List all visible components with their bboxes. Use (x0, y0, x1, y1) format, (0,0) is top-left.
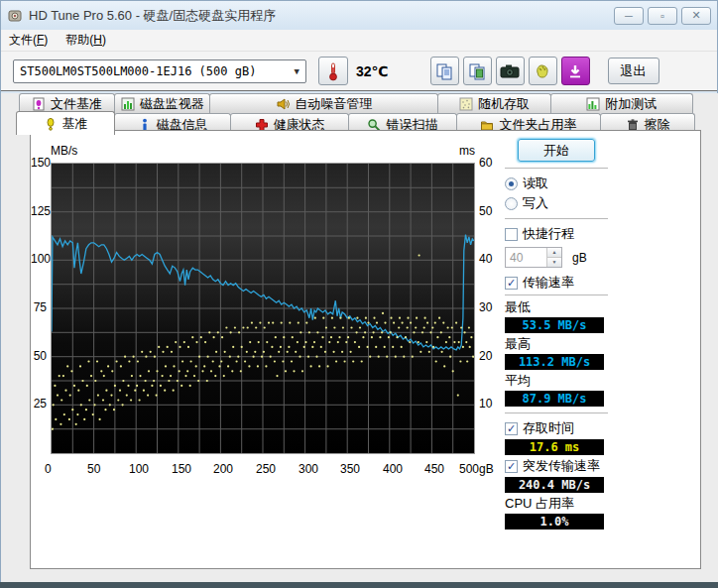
tab-area: 文件基准磁盘监视器自动噪音管理随机存取附加测试 基准磁盘信息健康状态错误扫描文件… (1, 93, 718, 583)
read-radio[interactable] (505, 177, 518, 190)
maximize-button[interactable]: ▫ (648, 7, 677, 25)
copy-image-button[interactable] (463, 57, 492, 85)
min-label: 最低 (505, 298, 608, 316)
x-tick: 50 (87, 462, 100, 476)
app-window: HD Tune Pro 5.60 - 硬盘/固态硬盘实用程序 ─ ▫ ✕ 文件(… (0, 0, 718, 582)
cpu-usage-value: 1.0% (505, 514, 604, 529)
x-tick: 150 (172, 462, 191, 476)
x-tick: 450 (424, 462, 444, 476)
file-benchmark-icon (32, 97, 46, 111)
tab-extra-tests[interactable]: 附加测试 (550, 93, 693, 113)
tab-label: 随机存取 (478, 95, 530, 113)
y-right-axis-title: ms (459, 144, 475, 158)
transfer-rate-checkbox[interactable]: ✓ (505, 277, 518, 290)
max-label: 最高 (505, 335, 608, 353)
window-title: HD Tune Pro 5.60 - 硬盘/固态硬盘实用程序 (29, 7, 614, 25)
y-right-tick: 20 (479, 349, 492, 363)
cpu-usage-label: CPU 占用率 (505, 495, 608, 513)
x-tick: 0 (45, 462, 52, 476)
burst-rate-label: 突发传输速率 (523, 457, 600, 475)
short-stroke-unit: gB (572, 251, 587, 265)
tab-label: 基准 (62, 115, 88, 133)
drive-select[interactable]: ST500LM0ST500LM000-1EJ16 (500 gB) ▼ (13, 59, 306, 83)
tab-random-access[interactable]: 随机存取 (437, 93, 550, 113)
tab-benchmark[interactable]: 基准 (16, 111, 115, 135)
read-radio-row[interactable]: 读取 (505, 175, 608, 192)
access-time-row[interactable]: ✓ 存取时间 (505, 419, 608, 437)
x-tick: 400 (383, 462, 403, 476)
benchmark-controls: 开始 读取 写入 快捷行程 40 (505, 137, 608, 531)
app-icon (7, 8, 23, 24)
short-stroke-size-field[interactable]: 40 ▲ ▼ (505, 247, 562, 268)
camera-button[interactable] (496, 57, 525, 85)
x-tick: 350 (340, 462, 360, 476)
read-radio-label: 读取 (523, 175, 548, 192)
benchmark-panel: MB/s ms 150125100755025 605040302010 050… (30, 130, 701, 569)
temperature-button[interactable] (318, 57, 348, 85)
toolbar-icon-group (430, 57, 590, 85)
camera-icon (500, 63, 520, 79)
y-right-tick: 40 (479, 252, 492, 266)
access-time-checkbox[interactable]: ✓ (505, 422, 518, 435)
spinner-up-icon[interactable]: ▲ (547, 248, 561, 257)
save-screenshot-button[interactable] (561, 57, 590, 85)
tab-file-benchmark[interactable]: 文件基准 (19, 93, 115, 113)
benchmark-chart (51, 163, 475, 454)
separator (505, 168, 608, 170)
separator (505, 294, 608, 296)
tab-disk-monitor[interactable]: 磁盘监视器 (114, 93, 210, 113)
transfer-rate-row[interactable]: ✓ 传输速率 (505, 274, 608, 292)
y-right-tick: 10 (479, 397, 492, 411)
separator (505, 218, 608, 220)
access-time-value: 17.6 ms (505, 439, 604, 455)
tab-auto-noise[interactable]: 自动噪音管理 (209, 93, 438, 113)
desktop-edge (0, 582, 718, 588)
tab-label: 附加测试 (605, 95, 657, 113)
menu-help[interactable]: 帮助(H) (65, 32, 106, 49)
tab-label: 文件基准 (51, 95, 102, 113)
y-right-tick: 50 (479, 204, 492, 218)
y-left-tick: 50 (31, 349, 47, 363)
write-radio-row[interactable]: 写入 (505, 194, 608, 212)
max-value: 113.2 MB/s (505, 354, 604, 370)
close-button[interactable]: ✕ (681, 7, 711, 25)
spinner-buttons[interactable]: ▲ ▼ (546, 248, 561, 267)
disk-monitor-icon (121, 97, 135, 111)
short-stroke-row[interactable]: 快捷行程 (505, 225, 608, 243)
copy-text-icon (435, 62, 453, 80)
short-stroke-checkbox[interactable] (505, 228, 518, 241)
y-left-tick: 125 (31, 204, 47, 218)
y-left-tick: 25 (31, 397, 47, 411)
burst-rate-value: 240.4 MB/s (505, 477, 604, 493)
spinner-down-icon[interactable]: ▼ (547, 257, 561, 267)
chevron-down-icon: ▼ (295, 66, 299, 76)
x-tick: 100 (129, 462, 149, 476)
y-left-axis-title: MB/s (51, 144, 77, 158)
copy-image-icon (468, 62, 486, 80)
tab-row-secondary: 文件基准磁盘监视器自动噪音管理随机存取附加测试 (19, 93, 697, 113)
menu-file[interactable]: 文件(F) (9, 32, 48, 49)
burst-rate-row[interactable]: ✓ 突发传输速率 (505, 457, 608, 475)
avg-value: 87.9 MB/s (505, 391, 604, 407)
chart-canvas (52, 164, 474, 453)
save-download-icon (567, 63, 583, 79)
tab-label: 自动噪音管理 (295, 95, 372, 113)
transfer-rate-label: 传输速率 (523, 274, 574, 292)
hand-button[interactable] (529, 57, 557, 85)
x-tick: 300 (299, 462, 318, 476)
thermometer-icon (328, 61, 338, 81)
access-time-label: 存取时间 (523, 419, 574, 437)
y-right-tick: 60 (479, 156, 492, 170)
exit-button[interactable]: 退出 (608, 58, 659, 84)
benchmark-bulb-icon (44, 117, 58, 131)
separator (505, 412, 608, 414)
start-button[interactable]: 开始 (518, 139, 595, 162)
x-tick: 200 (213, 462, 233, 476)
minimize-button[interactable]: ─ (614, 7, 644, 25)
write-radio[interactable] (505, 197, 518, 210)
copy-text-button[interactable] (430, 57, 459, 85)
burst-rate-checkbox[interactable]: ✓ (505, 460, 518, 473)
y-left-tick: 75 (31, 300, 47, 314)
y-right-tick: 30 (479, 300, 492, 314)
drive-select-value: ST500LM0ST500LM000-1EJ16 (500 gB) (20, 64, 295, 78)
